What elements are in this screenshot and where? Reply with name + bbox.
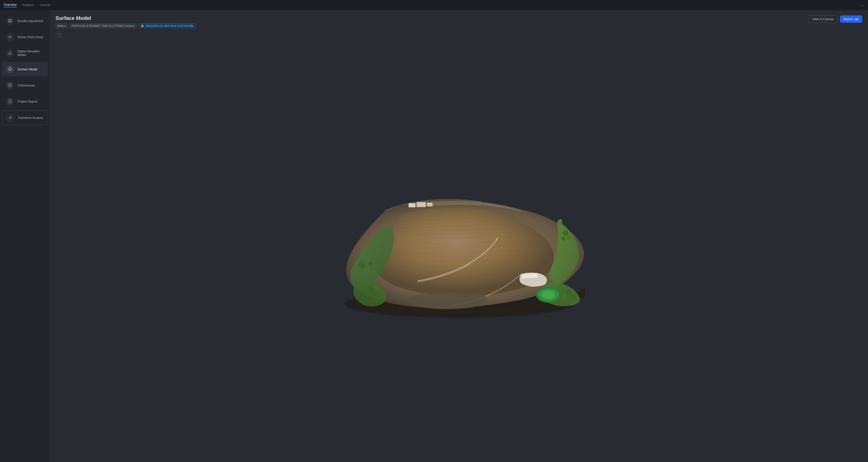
content-tags: Meters PORTUGAL/ETRS89/PT-TM06 (m) ETRS8… [56, 23, 196, 28]
svg-rect-14 [8, 84, 11, 87]
terrain-svg [95, 183, 823, 320]
export-obj-button[interactable]: Export .obj [840, 15, 862, 23]
top-nav: Overview Analyzer Canvas ⋯ [0, 0, 868, 10]
tab-overview[interactable]: Overview [4, 3, 17, 7]
sidebar-item-surface-model[interactable]: Surface Model [2, 62, 48, 76]
nav-tabs: Overview Analyzer Canvas [4, 3, 51, 7]
svg-point-4 [8, 36, 9, 37]
svg-point-5 [9, 35, 10, 36]
tag-meters: Meters [56, 24, 68, 28]
tag-id: 🔒 180da10f-bc33-49b9-9eab-11287df2e88b [139, 23, 196, 28]
sidebar-item-orthomosaic[interactable]: Orthomosaic [2, 78, 48, 92]
tab-analyzer[interactable]: Analyzer [22, 3, 34, 7]
svg-rect-0 [8, 19, 10, 21]
more-options-icon[interactable]: ⋯ [860, 3, 864, 8]
lock-icon: 🔒 [141, 24, 144, 27]
sidebar-label-dense-point-cloud: Dense Point Cloud [18, 35, 43, 39]
svg-point-60 [374, 285, 379, 290]
svg-point-63 [561, 237, 565, 240]
expand-icon-area [50, 31, 868, 40]
sidebar-item-digital-elevation-model[interactable]: Digital Elevation Model [2, 46, 48, 60]
transform-product-icon [6, 113, 14, 122]
sidebar-label-transform-product: Transform Product [18, 116, 43, 120]
sidebar-label-surface-model: Surface Model [18, 67, 37, 71]
3d-viewport[interactable] [50, 40, 868, 462]
svg-point-8 [10, 37, 10, 37]
sidebar-label-digital-elevation-model: Digital Elevation Model [18, 50, 44, 57]
expand-icon [57, 34, 60, 37]
svg-rect-2 [8, 21, 10, 23]
sidebar-label-bundle-adjustment: Bundle Adjustment [18, 19, 43, 23]
svg-point-50 [541, 291, 555, 299]
svg-point-7 [9, 37, 10, 38]
svg-point-64 [566, 289, 572, 295]
svg-rect-3 [10, 21, 11, 23]
tab-canvas[interactable]: Canvas [40, 3, 51, 7]
orthomosaic-icon [6, 81, 14, 90]
sidebar-item-dense-point-cloud[interactable]: Dense Point Cloud [2, 30, 48, 44]
expand-button[interactable] [56, 32, 62, 39]
svg-point-6 [11, 36, 11, 37]
svg-rect-1 [10, 19, 11, 21]
surface-model-icon [6, 65, 14, 73]
svg-point-58 [368, 262, 373, 266]
sidebar-item-bundle-adjustment[interactable]: Bundle Adjustment [2, 14, 48, 28]
view-canvas-button[interactable]: View in Canvas [808, 15, 837, 23]
svg-rect-19 [8, 99, 11, 103]
project-report-icon [6, 97, 14, 106]
svg-point-61 [563, 230, 568, 236]
main-layout: Bundle Adjustment Dense Point Cloud [0, 10, 868, 462]
sidebar-item-project-report[interactable]: Project Report [2, 94, 48, 108]
title-area: Surface Model Meters PORTUGAL/ETRS89/PT-… [56, 15, 196, 28]
tag-id-value: 180da10f-bc33-49b9-9eab-11287df2e88b [145, 24, 194, 27]
svg-point-57 [363, 259, 369, 264]
sidebar-label-orthomosaic: Orthomosaic [18, 84, 35, 87]
svg-point-65 [562, 294, 566, 298]
svg-point-59 [369, 288, 375, 295]
svg-point-62 [566, 235, 571, 240]
tag-projection: PORTUGAL/ETRS89/PT-TM06 (m) ETRS89 (Carl… [70, 24, 137, 28]
sidebar: Bundle Adjustment Dense Point Cloud [0, 10, 50, 462]
digital-elevation-model-icon [6, 49, 14, 57]
dense-point-cloud-icon [6, 33, 14, 41]
sidebar-item-transform-product[interactable]: Transform Product [2, 110, 48, 125]
header-buttons: View in Canvas Export .obj [808, 15, 862, 23]
terrain-container [50, 40, 868, 462]
page-title: Surface Model [56, 15, 196, 21]
bundle-adjustment-icon [6, 16, 14, 25]
content-header: Surface Model Meters PORTUGAL/ETRS89/PT-… [50, 10, 868, 31]
content-area: Surface Model Meters PORTUGAL/ETRS89/PT-… [50, 10, 868, 462]
sidebar-label-project-report: Project Report [18, 100, 37, 103]
